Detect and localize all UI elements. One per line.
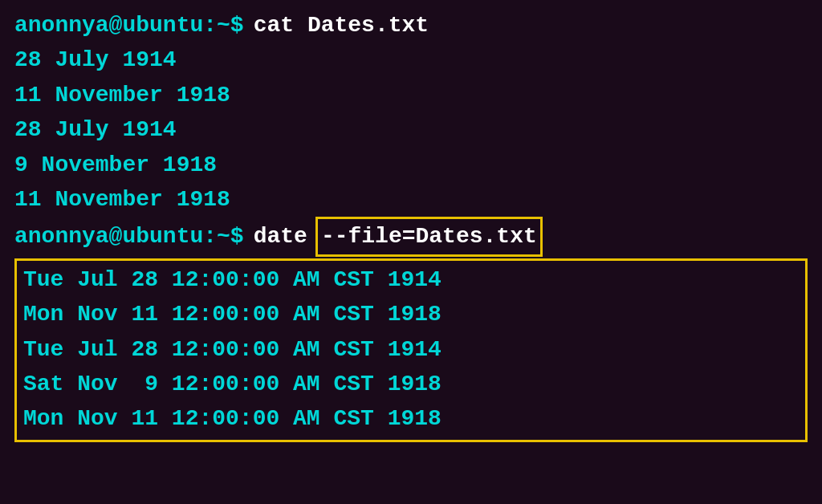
result-line-0: Tue Jul 28 12:00:00 AM CST 1914 <box>23 262 442 297</box>
command-line-1: anonnya@ubuntu :~$ cat Dates.txt <box>14 8 808 43</box>
result-line-4: Mon Nov 11 12:00:00 AM CST 1918 <box>23 401 442 436</box>
prompt-symbol-1: :~$ <box>203 8 243 43</box>
result-row-3: Sat Nov 9 12:00:00 AM CST 1918 <box>23 367 799 401</box>
result-row-4: Mon Nov 11 12:00:00 AM CST 1918 <box>23 401 799 436</box>
prompt-2: anonnya@ubuntu <box>14 219 203 254</box>
command-2-arg: --file=Dates.txt <box>315 217 543 256</box>
result-line-3: Sat Nov 9 12:00:00 AM CST 1918 <box>23 367 442 401</box>
prompt-symbol-2: :~$ <box>203 219 243 254</box>
output-line-2: 28 July 1914 <box>14 112 808 147</box>
result-line-1: Mon Nov 11 12:00:00 AM CST 1918 <box>23 297 442 331</box>
output-line-3: 9 November 1918 <box>14 148 808 182</box>
result-row-1: Mon Nov 11 12:00:00 AM CST 1918 <box>23 297 799 331</box>
output-line-1: 11 November 1918 <box>14 78 808 112</box>
command-line-2: anonnya@ubuntu :~$ date --file=Dates.txt <box>14 217 808 256</box>
result-row-2: Tue Jul 28 12:00:00 AM CST 1914 ← <box>23 332 799 367</box>
result-line-2: Tue Jul 28 12:00:00 AM CST 1914 <box>23 332 442 367</box>
terminal-window: anonnya@ubuntu :~$ cat Dates.txt 28 July… <box>0 0 822 504</box>
prompt-1: anonnya@ubuntu <box>14 8 203 43</box>
command-2-text: date <box>254 219 307 254</box>
result-row-0: Tue Jul 28 12:00:00 AM CST 1914 <box>23 262 799 297</box>
result-box: Tue Jul 28 12:00:00 AM CST 1914 Mon Nov … <box>14 258 808 442</box>
output-line-0: 28 July 1914 <box>14 43 808 77</box>
output-line-4: 11 November 1918 <box>14 182 808 217</box>
command-1-text: cat Dates.txt <box>254 8 429 43</box>
